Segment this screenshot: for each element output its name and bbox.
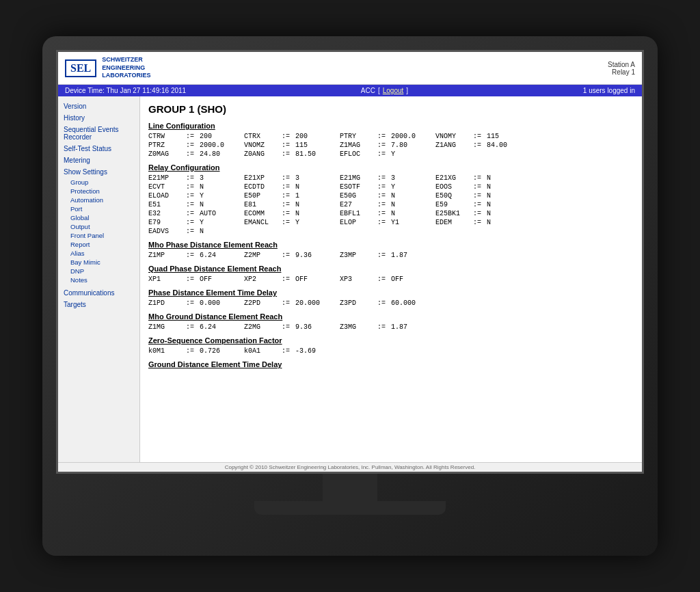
sidebar-sub-dnp[interactable]: DNP: [64, 267, 134, 275]
cell-value: 6.24: [200, 252, 216, 259]
logo-box: SEL SCHWEITZER ENGINEERING LABORATORIES: [65, 56, 150, 80]
cell-assign: :=: [377, 174, 391, 182]
sidebar-item-selftest[interactable]: Self-Test Status: [64, 143, 134, 154]
data-cell-1-0-0: E21MP := 3: [148, 174, 244, 182]
cell-label: E21MP: [148, 174, 186, 182]
data-row-1-5: E79 := YEMANCL := YELOP := Y1EDEM := N: [148, 219, 634, 226]
data-row-5-0: Z1MG := 6.24Z2MG := 9.36Z3MG := 1.87: [148, 323, 634, 331]
cell-value: -3.69: [295, 347, 316, 355]
monitor-stand-base: [254, 501, 446, 515]
sidebar-sub-protection[interactable]: Protection: [64, 187, 134, 196]
cell-value: 3: [391, 174, 395, 182]
cell-value: 1.87: [391, 323, 407, 331]
sidebar-item-show-settings[interactable]: Show Settings: [64, 166, 134, 178]
sidebar-item-history[interactable]: History: [64, 112, 134, 124]
cell-value: 3: [200, 174, 204, 182]
sidebar-item-metering[interactable]: Metering: [64, 154, 134, 166]
data-cell-3-0-2: XP3 := OFF: [340, 275, 435, 283]
sidebar-item-sequential[interactable]: Sequential Events Recorder: [64, 124, 134, 143]
data-cell-1-3-2: E27 := N: [340, 201, 435, 208]
section-7: Ground Distance Element Time Delay: [148, 360, 634, 368]
sidebar-sub-automation[interactable]: Automation: [64, 196, 134, 204]
cell-assign: :=: [282, 201, 295, 208]
section-2: Mho Phase Distance Element ReachZ1MP := …: [148, 241, 634, 259]
cell-assign: :=: [377, 219, 391, 226]
data-cell-1-3-1: E81 := N: [244, 201, 340, 208]
section-header-0: Line Configuration: [148, 122, 634, 130]
data-cell-0-2-0: Z0MAG := 24.80: [148, 150, 244, 158]
cell-label: Z3PD: [340, 299, 377, 307]
cell-label: EFLOC: [340, 150, 377, 158]
cell-assign: :=: [473, 192, 487, 200]
sidebar-item-version[interactable]: Version: [64, 100, 134, 112]
data-row-2-0: Z1MP := 6.24Z2MP := 9.36Z3MP := 1.87: [148, 252, 634, 259]
cell-assign: :=: [282, 299, 295, 307]
cell-value: N: [391, 201, 395, 208]
cell-value: 20.000: [295, 299, 320, 307]
cell-value: 84.00: [487, 142, 507, 149]
data-cell-1-4-3: E25BK1 := N: [435, 210, 531, 217]
cell-assign: :=: [186, 347, 200, 355]
sidebar-sub-group[interactable]: Group: [64, 178, 134, 187]
sidebar-sub-notes[interactable]: Notes: [64, 275, 134, 284]
section-header-6: Zero-Sequence Compensation Factor: [148, 336, 634, 345]
cell-value: 9.36: [295, 323, 312, 331]
cell-assign: :=: [186, 183, 200, 191]
section-header-3: Quad Phase Distance Element Reach: [148, 265, 634, 273]
cell-value: OFF: [200, 275, 212, 283]
sidebar-sub-port[interactable]: Port: [64, 204, 134, 213]
data-cell-0-1-2: Z1MAG := 7.80: [340, 142, 435, 149]
content-title: GROUP 1 (SHO): [148, 103, 634, 115]
sidebar-sub-report[interactable]: Report: [64, 240, 134, 249]
data-cell-1-3-3: E59 := N: [435, 201, 531, 208]
station-info: Station A Relay 1: [608, 61, 635, 76]
data-cell-4-0-1: Z2PD := 20.000: [244, 299, 340, 307]
sidebar-sub-alias[interactable]: Alias: [64, 249, 134, 258]
cell-label: Z1MG: [148, 323, 186, 331]
cell-label: E50Q: [435, 192, 473, 200]
cell-label: Z0MAG: [148, 150, 186, 158]
sidebar-sub-output[interactable]: Output: [64, 222, 134, 231]
cell-label: ELOAD: [148, 192, 186, 200]
logout-link[interactable]: Logout: [383, 87, 404, 94]
sidebar-sub-baymimic[interactable]: Bay Mimic: [64, 258, 134, 267]
cell-assign: :=: [282, 219, 295, 226]
cell-value: 24.80: [200, 150, 220, 158]
monitor: SEL SCHWEITZER ENGINEERING LABORATORIES …: [42, 36, 658, 556]
cell-label: EADVS: [148, 228, 186, 235]
acc-logout: ACC [ Logout ]: [361, 87, 408, 94]
status-bar: Device Time: Thu Jan 27 11:49:16 2011 AC…: [58, 85, 642, 96]
data-cell-2-0-0: Z1MP := 6.24: [148, 252, 244, 259]
cell-value: N: [295, 210, 299, 217]
cell-value: N: [487, 210, 491, 217]
data-row-4-0: Z1PD := 0.000Z2PD := 20.000Z3PD := 60.00…: [148, 299, 634, 307]
cell-label: XP1: [148, 275, 186, 283]
sidebar: Version History Sequential Events Record…: [58, 96, 140, 462]
cell-value: N: [200, 183, 204, 191]
sidebar-sub-global[interactable]: Global: [64, 213, 134, 222]
cell-label: EDEM: [435, 219, 473, 226]
cell-assign: :=: [186, 174, 200, 182]
cell-assign: :=: [186, 150, 200, 158]
cell-value: N: [487, 174, 491, 182]
cell-assign: :=: [377, 201, 391, 208]
sidebar-item-targets[interactable]: Targets: [64, 299, 134, 310]
data-cell-1-1-3: EOOS := N: [435, 183, 531, 191]
cell-value: N: [200, 201, 204, 208]
cell-value: Y: [391, 183, 395, 191]
header: SEL SCHWEITZER ENGINEERING LABORATORIES …: [58, 52, 642, 85]
sidebar-sub-frontpanel[interactable]: Front Panel: [64, 231, 134, 240]
cell-assign: :=: [186, 133, 200, 140]
cell-label: ECDTD: [244, 183, 282, 191]
cell-assign: :=: [282, 347, 295, 355]
data-cell-0-1-0: PTRZ := 2000.0: [148, 142, 244, 149]
cell-assign: :=: [377, 210, 391, 217]
cell-assign: :=: [473, 133, 487, 140]
sidebar-item-communications[interactable]: Communications: [64, 287, 134, 299]
cell-label: ECVT: [148, 183, 186, 191]
cell-assign: :=: [282, 174, 295, 182]
cell-value: 2000.0: [200, 142, 224, 149]
cell-label: E51: [148, 201, 186, 208]
content-area[interactable]: GROUP 1 (SHO) Line ConfigurationCTRW := …: [140, 96, 642, 462]
monitor-screen: SEL SCHWEITZER ENGINEERING LABORATORIES …: [56, 50, 644, 474]
